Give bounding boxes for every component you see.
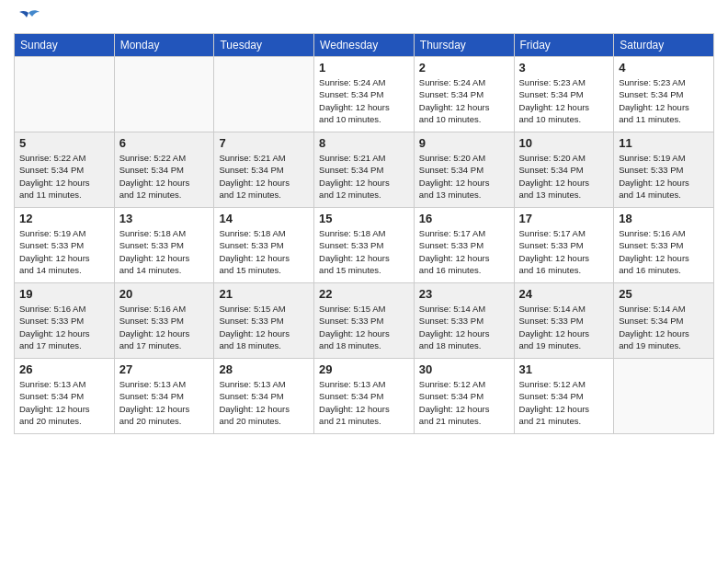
- day-info: Sunrise: 5:23 AM Sunset: 5:34 PM Dayligh…: [619, 76, 709, 125]
- calendar-cell: [214, 57, 314, 132]
- day-number: 13: [119, 212, 210, 225]
- calendar-cell: 15Sunrise: 5:18 AM Sunset: 5:33 PM Dayli…: [314, 208, 415, 283]
- weekday-header-wednesday: Wednesday: [314, 34, 415, 57]
- calendar-cell: 18Sunrise: 5:16 AM Sunset: 5:33 PM Dayli…: [614, 208, 714, 283]
- day-info: Sunrise: 5:15 AM Sunset: 5:33 PM Dayligh…: [319, 303, 409, 351]
- day-info: Sunrise: 5:19 AM Sunset: 5:33 PM Dayligh…: [619, 152, 709, 201]
- calendar-cell: 6Sunrise: 5:22 AM Sunset: 5:34 PM Daylig…: [114, 132, 214, 208]
- calendar-cell: 4Sunrise: 5:23 AM Sunset: 5:34 PM Daylig…: [614, 57, 714, 132]
- day-info: Sunrise: 5:14 AM Sunset: 5:33 PM Dayligh…: [419, 303, 509, 351]
- calendar-cell: 5Sunrise: 5:22 AM Sunset: 5:34 PM Daylig…: [15, 132, 115, 208]
- calendar-cell: 8Sunrise: 5:21 AM Sunset: 5:34 PM Daylig…: [314, 132, 415, 208]
- day-info: Sunrise: 5:23 AM Sunset: 5:34 PM Dayligh…: [519, 76, 609, 125]
- calendar-cell: 22Sunrise: 5:15 AM Sunset: 5:33 PM Dayli…: [314, 283, 415, 359]
- calendar-cell: 27Sunrise: 5:13 AM Sunset: 5:34 PM Dayli…: [114, 359, 214, 434]
- day-number: 23: [419, 287, 509, 301]
- day-number: 16: [419, 212, 509, 225]
- calendar-cell: 30Sunrise: 5:12 AM Sunset: 5:34 PM Dayli…: [414, 359, 514, 434]
- calendar-cell: [114, 57, 214, 132]
- calendar-cell: 28Sunrise: 5:13 AM Sunset: 5:34 PM Dayli…: [214, 359, 314, 434]
- day-number: 2: [419, 61, 509, 75]
- day-number: 9: [419, 136, 509, 150]
- day-number: 6: [119, 136, 210, 150]
- weekday-header-monday: Monday: [114, 34, 214, 57]
- day-number: 30: [419, 362, 509, 376]
- calendar-cell: 31Sunrise: 5:12 AM Sunset: 5:34 PM Dayli…: [514, 359, 614, 434]
- calendar-cell: 20Sunrise: 5:16 AM Sunset: 5:33 PM Dayli…: [114, 283, 214, 359]
- day-number: 27: [119, 362, 210, 376]
- day-info: Sunrise: 5:20 AM Sunset: 5:34 PM Dayligh…: [419, 152, 509, 201]
- calendar-cell: 11Sunrise: 5:19 AM Sunset: 5:33 PM Dayli…: [614, 132, 714, 208]
- calendar-cell: 2Sunrise: 5:24 AM Sunset: 5:34 PM Daylig…: [414, 57, 514, 132]
- day-number: 18: [619, 212, 709, 225]
- day-info: Sunrise: 5:13 AM Sunset: 5:34 PM Dayligh…: [119, 378, 210, 427]
- calendar-cell: 21Sunrise: 5:15 AM Sunset: 5:33 PM Dayli…: [214, 283, 314, 359]
- day-info: Sunrise: 5:16 AM Sunset: 5:33 PM Dayligh…: [119, 303, 210, 351]
- calendar-week-1: 1Sunrise: 5:24 AM Sunset: 5:34 PM Daylig…: [15, 57, 714, 132]
- day-number: 26: [19, 362, 109, 376]
- day-info: Sunrise: 5:18 AM Sunset: 5:33 PM Dayligh…: [119, 227, 210, 276]
- day-info: Sunrise: 5:19 AM Sunset: 5:33 PM Dayligh…: [19, 227, 109, 276]
- calendar-cell: 10Sunrise: 5:20 AM Sunset: 5:34 PM Dayli…: [514, 132, 614, 208]
- day-info: Sunrise: 5:12 AM Sunset: 5:34 PM Dayligh…: [419, 378, 509, 427]
- calendar-cell: 9Sunrise: 5:20 AM Sunset: 5:34 PM Daylig…: [414, 132, 514, 208]
- day-info: Sunrise: 5:20 AM Sunset: 5:34 PM Dayligh…: [519, 152, 609, 201]
- calendar-week-3: 12Sunrise: 5:19 AM Sunset: 5:33 PM Dayli…: [15, 208, 714, 283]
- page-container: SundayMondayTuesdayWednesdayThursdayFrid…: [0, 0, 728, 443]
- day-number: 17: [519, 212, 609, 225]
- day-info: Sunrise: 5:22 AM Sunset: 5:34 PM Dayligh…: [19, 152, 109, 201]
- day-number: 31: [519, 362, 609, 376]
- logo: [14, 9, 41, 26]
- calendar-cell: 16Sunrise: 5:17 AM Sunset: 5:33 PM Dayli…: [414, 208, 514, 283]
- calendar-cell: 3Sunrise: 5:23 AM Sunset: 5:34 PM Daylig…: [514, 57, 614, 132]
- calendar-cell: 13Sunrise: 5:18 AM Sunset: 5:33 PM Dayli…: [114, 208, 214, 283]
- day-info: Sunrise: 5:17 AM Sunset: 5:33 PM Dayligh…: [419, 227, 509, 276]
- calendar-week-5: 26Sunrise: 5:13 AM Sunset: 5:34 PM Dayli…: [15, 359, 714, 434]
- calendar-cell: 1Sunrise: 5:24 AM Sunset: 5:34 PM Daylig…: [314, 57, 415, 132]
- day-info: Sunrise: 5:13 AM Sunset: 5:34 PM Dayligh…: [19, 378, 109, 427]
- day-number: 25: [619, 287, 709, 301]
- weekday-header-saturday: Saturday: [614, 34, 714, 57]
- day-number: 4: [619, 61, 709, 75]
- day-info: Sunrise: 5:21 AM Sunset: 5:34 PM Dayligh…: [319, 152, 409, 201]
- calendar-cell: 14Sunrise: 5:18 AM Sunset: 5:33 PM Dayli…: [214, 208, 314, 283]
- logo-bird-icon: [16, 9, 41, 29]
- calendar-cell: 17Sunrise: 5:17 AM Sunset: 5:33 PM Dayli…: [514, 208, 614, 283]
- calendar-cell: 19Sunrise: 5:16 AM Sunset: 5:33 PM Dayli…: [15, 283, 115, 359]
- day-info: Sunrise: 5:13 AM Sunset: 5:34 PM Dayligh…: [319, 378, 409, 427]
- calendar-cell: [614, 359, 714, 434]
- calendar-cell: 24Sunrise: 5:14 AM Sunset: 5:33 PM Dayli…: [514, 283, 614, 359]
- calendar-week-4: 19Sunrise: 5:16 AM Sunset: 5:33 PM Dayli…: [15, 283, 714, 359]
- calendar-cell: [15, 57, 115, 132]
- day-number: 22: [319, 287, 409, 301]
- day-number: 1: [319, 61, 409, 75]
- day-number: 24: [519, 287, 609, 301]
- day-info: Sunrise: 5:15 AM Sunset: 5:33 PM Dayligh…: [219, 303, 309, 351]
- day-info: Sunrise: 5:14 AM Sunset: 5:33 PM Dayligh…: [519, 303, 609, 351]
- weekday-header-thursday: Thursday: [414, 34, 514, 57]
- day-number: 19: [19, 287, 109, 301]
- day-info: Sunrise: 5:16 AM Sunset: 5:33 PM Dayligh…: [619, 227, 709, 276]
- day-number: 3: [519, 61, 609, 75]
- day-info: Sunrise: 5:13 AM Sunset: 5:34 PM Dayligh…: [219, 378, 309, 427]
- day-number: 11: [619, 136, 709, 150]
- day-info: Sunrise: 5:18 AM Sunset: 5:33 PM Dayligh…: [319, 227, 409, 276]
- calendar-week-2: 5Sunrise: 5:22 AM Sunset: 5:34 PM Daylig…: [15, 132, 714, 208]
- calendar-cell: 23Sunrise: 5:14 AM Sunset: 5:33 PM Dayli…: [414, 283, 514, 359]
- day-info: Sunrise: 5:24 AM Sunset: 5:34 PM Dayligh…: [419, 76, 509, 125]
- day-number: 8: [319, 136, 409, 150]
- day-number: 10: [519, 136, 609, 150]
- day-number: 15: [319, 212, 409, 225]
- day-number: 29: [319, 362, 409, 376]
- day-number: 20: [119, 287, 210, 301]
- day-info: Sunrise: 5:22 AM Sunset: 5:34 PM Dayligh…: [119, 152, 210, 201]
- day-number: 21: [219, 287, 309, 301]
- weekday-header-friday: Friday: [514, 34, 614, 57]
- day-number: 7: [219, 136, 309, 150]
- calendar-cell: 29Sunrise: 5:13 AM Sunset: 5:34 PM Dayli…: [314, 359, 415, 434]
- weekday-header-row: SundayMondayTuesdayWednesdayThursdayFrid…: [15, 34, 714, 57]
- day-number: 28: [219, 362, 309, 376]
- day-info: Sunrise: 5:12 AM Sunset: 5:34 PM Dayligh…: [519, 378, 609, 427]
- day-number: 14: [219, 212, 309, 225]
- day-info: Sunrise: 5:24 AM Sunset: 5:34 PM Dayligh…: [319, 76, 409, 125]
